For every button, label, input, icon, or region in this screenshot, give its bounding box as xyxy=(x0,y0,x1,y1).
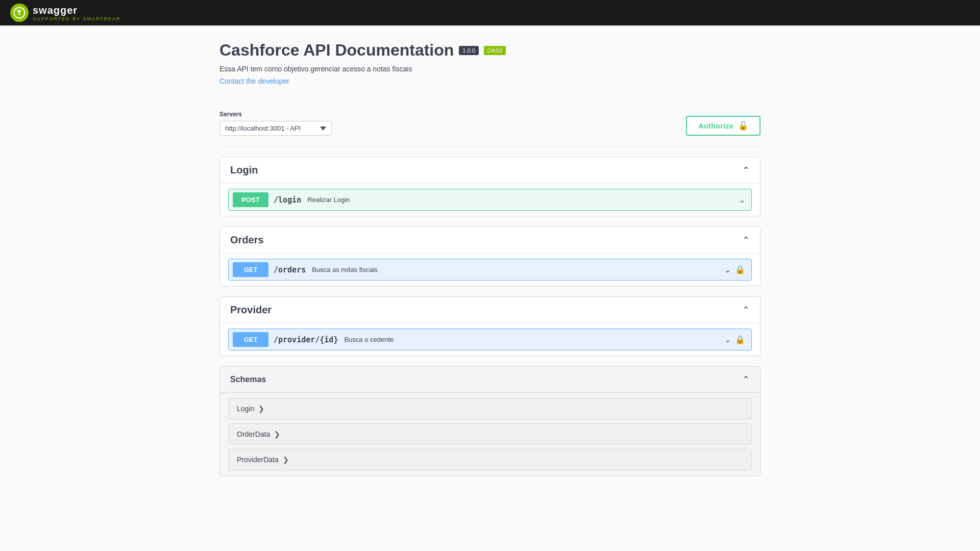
swagger-logo-icon xyxy=(10,4,29,22)
schemas-header[interactable]: Schemas ⌃ xyxy=(220,367,760,393)
login-chevron-icon: ⌃ xyxy=(742,165,750,176)
authorize-button[interactable]: Authorize 🔓 xyxy=(686,116,761,136)
post-login-summary: Realizar Login xyxy=(307,196,739,204)
get-orders-path: /orders xyxy=(274,265,306,274)
servers-label: Servers xyxy=(219,111,332,118)
lock-icon: 🔓 xyxy=(738,121,749,131)
schema-login-chevron-icon: ❯ xyxy=(258,405,264,413)
orders-section: Orders ⌃ GET /orders Busca as notas fisc… xyxy=(219,227,761,286)
schema-item-orderdata[interactable]: OrderData ❯ xyxy=(228,423,752,445)
get-provider-lock-icon: 🔒 xyxy=(735,335,745,344)
get-method-badge: GET xyxy=(233,262,268,277)
schema-orderdata-chevron-icon: ❯ xyxy=(274,430,280,438)
provider-chevron-icon: ⌃ xyxy=(742,305,750,316)
brand-name: swagger xyxy=(33,5,78,16)
get-orders-operation[interactable]: GET /orders Busca as notas fiscais ⌄ 🔒 xyxy=(228,259,752,281)
brand-sub: supported by SMARTBEAR xyxy=(33,16,121,21)
version-badge: 1.0.0 xyxy=(459,46,478,55)
schema-providerdata-chevron-icon: ❯ xyxy=(283,456,289,464)
schema-providerdata-name: ProviderData xyxy=(237,456,279,464)
schemas-section: Schemas ⌃ Login ❯ OrderData ❯ ProviderDa… xyxy=(219,366,761,476)
contact-link[interactable]: Contact the developer xyxy=(219,77,289,85)
schemas-title: Schemas xyxy=(230,375,266,384)
post-login-actions: ⌄ xyxy=(739,195,751,205)
servers-select[interactable]: http://localhost:3001 - API xyxy=(219,121,332,136)
get-provider-chevron-icon: ⌄ xyxy=(724,335,731,344)
oas-badge: OAS3 xyxy=(484,46,506,55)
post-method-badge: POST xyxy=(233,192,268,207)
topbar: swagger supported by SMARTBEAR xyxy=(0,0,980,26)
get-provider-summary: Busca o cedente xyxy=(344,336,724,343)
servers-authorize-row: Servers http://localhost:3001 - API Auth… xyxy=(219,101,761,146)
schema-login-name: Login xyxy=(237,405,254,413)
post-login-chevron-icon: ⌄ xyxy=(739,195,745,205)
authorize-label: Authorize xyxy=(698,122,733,130)
get-provider-method-badge: GET xyxy=(233,332,268,347)
schema-orderdata-name: OrderData xyxy=(237,430,270,438)
provider-section: Provider ⌃ GET /provider/{id} Busca o ce… xyxy=(219,296,761,356)
orders-section-header[interactable]: Orders ⌃ xyxy=(220,227,760,254)
post-login-path: /login xyxy=(274,195,301,205)
info-section: Cashforce API Documentation 1.0.0 OAS3 E… xyxy=(219,41,761,85)
login-section-header[interactable]: Login ⌃ xyxy=(220,157,760,184)
get-orders-summary: Busca as notas fiscais xyxy=(312,266,724,273)
get-provider-operation[interactable]: GET /provider/{id} Busca o cedente ⌄ 🔒 xyxy=(228,329,752,350)
provider-section-title: Provider xyxy=(230,304,272,316)
brand-name-container: swagger supported by SMARTBEAR xyxy=(33,5,121,21)
servers-container: Servers http://localhost:3001 - API xyxy=(219,111,332,136)
login-section: Login ⌃ POST /login Realizar Login ⌄ xyxy=(219,157,761,216)
api-title-text: Cashforce API Documentation xyxy=(219,41,454,60)
logo-container: swagger supported by SMARTBEAR xyxy=(10,4,121,22)
get-orders-chevron-icon: ⌄ xyxy=(724,265,731,274)
get-provider-path: /provider/{id} xyxy=(274,335,338,344)
schema-items-list: Login ❯ OrderData ❯ ProviderData ❯ xyxy=(220,393,760,475)
orders-section-title: Orders xyxy=(230,234,264,246)
post-login-operation[interactable]: POST /login Realizar Login ⌄ xyxy=(228,189,752,211)
schemas-chevron-icon: ⌃ xyxy=(742,374,750,385)
get-provider-actions: ⌄ 🔒 xyxy=(724,335,751,344)
api-description: Essa API tem como objetivo gerenciar ace… xyxy=(219,65,761,73)
provider-section-header[interactable]: Provider ⌃ xyxy=(220,297,760,323)
orders-chevron-icon: ⌃ xyxy=(742,235,750,246)
login-section-title: Login xyxy=(230,164,258,176)
get-orders-actions: ⌄ 🔒 xyxy=(724,265,751,274)
main-content: Cashforce API Documentation 1.0.0 OAS3 E… xyxy=(209,26,771,502)
schema-item-providerdata[interactable]: ProviderData ❯ xyxy=(228,449,752,470)
get-orders-lock-icon: 🔒 xyxy=(735,265,745,274)
api-title-container: Cashforce API Documentation 1.0.0 OAS3 xyxy=(219,41,761,60)
schema-item-login[interactable]: Login ❯ xyxy=(228,398,752,419)
